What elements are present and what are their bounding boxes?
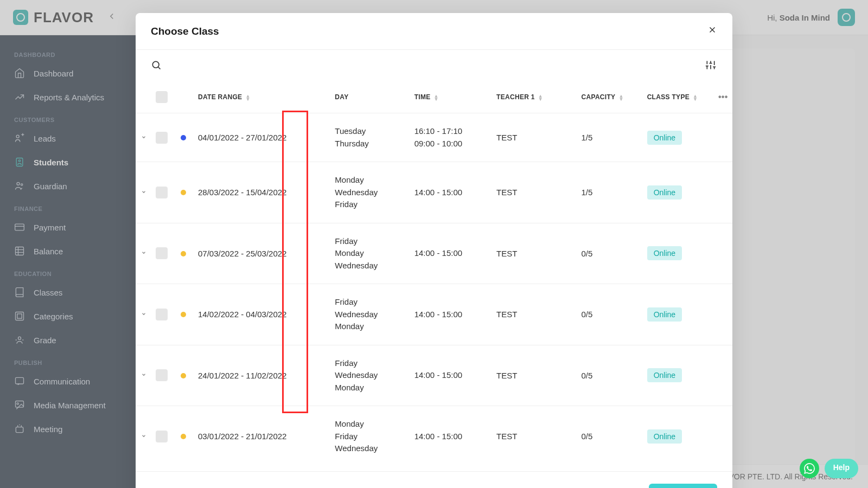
cell-time: 14:00 - 15:00 [410,406,492,467]
table-row: 04/01/2022 - 27/01/2022TuesdayThursday16… [136,113,732,162]
col-day[interactable]: DAY [330,81,410,113]
expand-row-icon[interactable] [136,345,151,406]
status-dot [181,434,186,439]
table-row: 24/01/2022 - 11/02/2022FridayWednesdayMo… [136,345,732,406]
cell-capacity: 0/5 [577,406,643,467]
expand-row-icon[interactable] [136,406,151,467]
cell-capacity: 0/5 [577,345,643,406]
modal-title: Choose Class [151,25,219,37]
cell-day: MondayWednesdayFriday [330,162,410,223]
table-row: 07/03/2022 - 25/03/2022FridayMondayWedne… [136,223,732,284]
expand-row-icon[interactable] [136,113,151,162]
cell-teacher: TEST [492,162,577,223]
col-class-type[interactable]: CLASS TYPE▲▼ [643,81,714,113]
cell-capacity: 1/5 [577,113,643,162]
cell-time: 16:10 - 17:1009:00 - 10:00 [410,113,492,162]
expand-row-icon[interactable] [136,284,151,345]
cell-time: 14:00 - 15:00 [410,345,492,406]
cell-date-range: 04/01/2022 - 27/01/2022 [194,113,330,162]
cell-date-range: 07/03/2022 - 25/03/2022 [194,223,330,284]
row-checkbox[interactable] [156,187,168,198]
col-date-range[interactable]: DATE RANGE▲▼ [194,81,330,113]
row-checkbox[interactable] [156,431,168,442]
cell-date-range: 14/02/2022 - 04/03/2022 [194,284,330,345]
cell-class-type: Online [643,223,714,284]
cell-date-range: 03/01/2022 - 21/01/2022 [194,406,330,467]
row-checkbox[interactable] [156,247,168,259]
cell-date-range: 28/03/2022 - 15/04/2022 [194,162,330,223]
cell-teacher: TEST [492,284,577,345]
status-dot [181,190,186,195]
cell-teacher: TEST [492,345,577,406]
expand-row-icon[interactable] [136,162,151,223]
close-icon[interactable] [707,25,717,37]
cell-time: 14:00 - 15:00 [410,284,492,345]
whatsapp-icon[interactable] [800,459,819,478]
col-teacher[interactable]: TEACHER 1▲▼ [492,81,577,113]
filter-icon[interactable] [705,60,717,72]
cell-class-type: Online [643,113,714,162]
status-dot [181,251,186,256]
cell-capacity: 0/5 [577,284,643,345]
add-class-button[interactable]: + Add Class [649,484,717,489]
cell-teacher: TEST [492,406,577,467]
cell-class-type: Online [643,284,714,345]
row-checkbox[interactable] [156,309,168,320]
cell-day: TuesdayThursday [330,113,410,162]
svg-line-28 [158,67,161,69]
help-button[interactable]: Help [825,459,858,478]
col-time[interactable]: TIME▲▼ [410,81,492,113]
cell-class-type: Online [643,345,714,406]
cell-day: FridayWednesdayMonday [330,284,410,345]
status-dot [181,135,186,140]
status-dot [181,312,186,317]
more-columns-icon[interactable]: ••• [714,81,732,113]
col-capacity[interactable]: CAPACITY▲▼ [577,81,643,113]
table-row: 03/01/2022 - 21/01/2022MondayFridayWedne… [136,406,732,467]
row-checkbox[interactable] [156,369,168,381]
cell-time: 14:00 - 15:00 [410,162,492,223]
expand-row-icon[interactable] [136,223,151,284]
cell-teacher: TEST [492,113,577,162]
cell-teacher: TEST [492,223,577,284]
cell-date-range: 24/01/2022 - 11/02/2022 [194,345,330,406]
svg-point-27 [152,61,159,68]
cell-day: FridayMondayWednesday [330,223,410,284]
cell-day: MondayFridayWednesday [330,406,410,467]
search-icon[interactable] [151,60,163,72]
class-table: DATE RANGE▲▼ DAY TIME▲▼ TEACHER 1▲▼ CAPA… [136,81,732,467]
table-row: 28/03/2022 - 15/04/2022MondayWednesdayFr… [136,162,732,223]
table-row: 14/02/2022 - 04/03/2022FridayWednesdayMo… [136,284,732,345]
cell-class-type: Online [643,406,714,467]
cell-time: 14:00 - 15:00 [410,223,492,284]
choose-class-modal: Choose Class DATE RANGE▲▼ DAY TIME▲▼ TEA… [136,13,732,488]
status-dot [181,373,186,378]
cell-day: FridayWednesdayMonday [330,345,410,406]
cell-class-type: Online [643,162,714,223]
cell-capacity: 0/5 [577,223,643,284]
select-all-checkbox[interactable] [156,91,168,103]
row-checkbox[interactable] [156,132,168,144]
cell-capacity: 1/5 [577,162,643,223]
